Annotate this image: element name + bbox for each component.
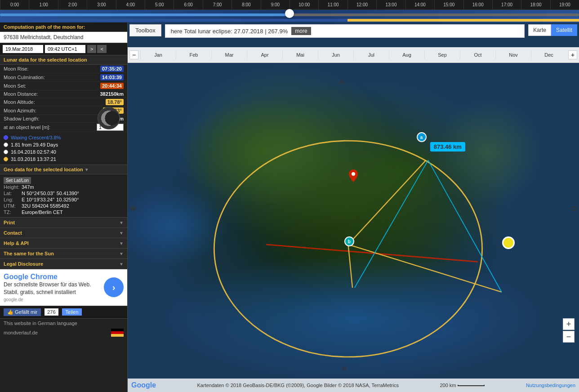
map-type-buttons: Karte Satellit [528,24,577,36]
moon-alt-label: Moon Altitude: [4,99,35,105]
moon-dist-row: Moon Distance: 382150km [0,90,127,98]
ad-title: Google Chrome [4,273,100,281]
legal-section[interactable]: Legal Disclosure ▼ [0,259,127,269]
object-level-label: at an object level [m]: [4,125,50,130]
legal-chevron-icon: ▼ [119,262,124,267]
hour-13: 13:00 [376,0,405,9]
lat-label: Lat: [4,191,22,196]
utm-label: UTM: [4,203,22,209]
karte-button[interactable]: Karte [528,24,551,36]
facebook-like-button[interactable]: 👍 Gefällt mir [4,308,41,316]
date-controls: > < [0,43,127,55]
tz-row: TZ: Europe/Berlin CET [4,209,124,215]
compass-north: N [340,79,344,86]
tz-label: TZ: [4,209,22,215]
contact-section[interactable]: Contact ▼ [0,228,127,238]
sun-chevron-icon: ▼ [119,251,124,256]
phase-indicator-full [4,150,8,154]
shadow-label: Shadow Length: [4,116,40,121]
lunar-section-header: Lunar data for the selected location [0,55,127,65]
eclipse-banner: here Total lunar eclipse: 27.07.2018 | 2… [165,24,525,38]
moon-alt-row: Moon Altitude: 18.78° [0,98,127,107]
svg-line-5 [355,160,428,288]
lng-value: E 10°19'33.24'' [22,197,54,202]
pin-icon [349,169,358,182]
timeline-progress[interactable] [0,10,579,22]
footer-language: This website in German language [0,319,127,328]
month-zoom-out-button[interactable]: − [129,50,138,59]
time-cursor[interactable] [285,9,294,18]
terms-link[interactable]: Nutzungsbedingungen [526,383,575,388]
point-b-marker[interactable]: b [344,236,354,246]
svg-line-1 [266,245,478,262]
month-apr: Apr [247,50,282,59]
next-full-moon: 16.04.2018 02:57:40 [11,149,56,155]
height-label: Height: [4,184,22,190]
scale-line [458,385,485,386]
moon-set-row: Moon Set: 20:44:34 [0,82,127,90]
geo-chevron-icon: ▼ [85,167,89,172]
time-field[interactable] [45,45,85,53]
hour-8: 8:00 [232,0,260,9]
height-value: 347m [22,184,34,190]
map-area[interactable]: Toolbox here Total lunar eclipse: 27.07.… [128,22,579,392]
hour-12: 12:00 [347,0,376,9]
lat-value: N 50°24'50.03'' [22,191,55,196]
geo-section: Set Lat/Lon Height: 347m Lat: N 50°24'50… [0,174,127,218]
help-section[interactable]: Help & API ▼ [0,238,127,249]
toolbox-button[interactable]: Toolbox [129,24,161,36]
hour-19: 19:00 [550,0,579,9]
compass-east: O [572,205,577,212]
ad-cta-button[interactable]: › [104,277,124,297]
phase-indicator-new [4,157,8,161]
same-sun-section[interactable]: The same for the Sun ▼ [0,249,127,259]
moon-dist-label: Moon Distance: [4,91,38,97]
month-jan: Jan [140,50,176,59]
social-row: 👍 Gefällt mir 276 Teilen [0,306,127,319]
share-button[interactable]: Teilen [62,308,82,316]
footer-site: mondverlauf.de [0,328,127,338]
help-chevron-icon: ▼ [119,241,124,246]
satellit-button[interactable]: Satellit [551,24,577,36]
timeline-bar: 0:00 1:00 2:00 3:00 4:00 5:00 6:00 7:00 … [0,0,579,22]
moon-rise-row: Moon Rise: 07:35:20 [0,65,127,73]
hour-4: 4:00 [116,0,145,9]
set-latlon-button[interactable]: Set Lat/Lon [4,177,31,184]
utm-value: 32U 594204 5585492 [22,203,69,209]
zoom-in-button[interactable]: + [563,318,575,330]
age-label: 1.81 from 29.49 Days [11,142,58,147]
month-zoom-in-button[interactable]: + [568,50,577,59]
date-field[interactable] [3,45,43,53]
print-section[interactable]: Print ▼ [0,218,127,228]
phase-label: Waxing Crescent/3.8% [11,135,61,140]
map-zoom-controls: + − [563,318,575,343]
location-input[interactable] [0,32,127,43]
moon-set-label: Moon Set: [4,83,26,89]
map-attribution: Kartendaten © 2018 GeoBasis-DE/BKG (©200… [197,383,399,388]
point-a-marker[interactable]: a [417,132,427,142]
phase-row-1: Waxing Crescent/3.8% [4,134,124,141]
hour-17: 17:00 [492,0,521,9]
more-button[interactable]: more [291,27,311,35]
nav-buttons: > < [87,45,107,53]
next-new-moon: 31.03.2018 13:37:21 [11,156,56,162]
nav-back-button[interactable]: < [97,45,106,53]
eclipse-text: here Total lunar eclipse: 27.07.2018 | 2… [171,28,288,35]
moon-phase-section: Waxing Crescent/3.8% 1.81 from 29.49 Day… [0,132,127,165]
lng-row: Lng: E 10°19'33.24'' 10.32590° [4,196,124,203]
month-nov: Nov [495,50,531,59]
hour-0: 0:00 [0,0,29,9]
nav-forward-button[interactable]: > [87,45,96,53]
location-marker[interactable] [349,169,358,183]
lat-row: Lat: N 50°24'50.03'' 50.41390° [4,190,124,196]
left-panel: Computation path of the moon for: > < Lu… [0,22,128,392]
print-chevron-icon: ▼ [119,220,124,225]
phase-indicator-a [4,143,8,147]
hour-5: 5:00 [145,0,174,9]
zoom-out-button[interactable]: − [563,331,575,343]
scale-bar: 200 km [440,383,485,388]
utm-row: UTM: 32U 594204 5585492 [4,203,124,209]
moon-rise-label: Moon Rise: [4,66,29,71]
compass-west: W [130,205,136,212]
phase-row-2: 1.81 from 29.49 Days [4,141,124,148]
